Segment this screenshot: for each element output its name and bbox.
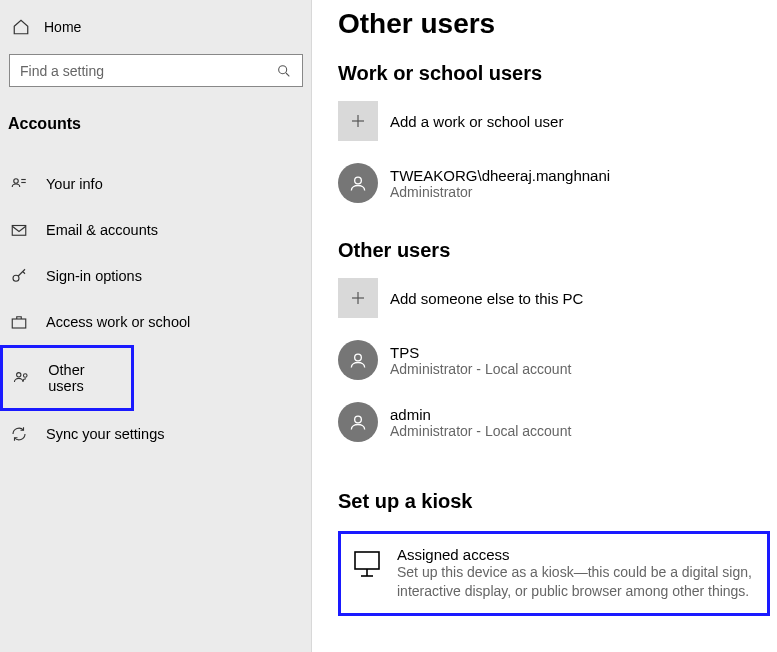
user-name: TPS: [390, 344, 571, 361]
sidebar-item-other-users[interactable]: Other users: [0, 345, 134, 411]
other-user-row[interactable]: TPS Administrator - Local account: [338, 340, 777, 380]
sidebar-item-label: Sync your settings: [46, 426, 164, 442]
user-name: TWEAKORG\dheeraj.manghnani: [390, 167, 610, 184]
svg-point-16: [355, 416, 362, 423]
search-icon: [276, 63, 292, 79]
svg-rect-17: [355, 552, 379, 569]
briefcase-icon: [10, 313, 28, 331]
home-button[interactable]: Home: [0, 10, 312, 44]
sidebar-item-email[interactable]: Email & accounts: [0, 207, 312, 253]
svg-point-12: [355, 177, 362, 184]
add-work-school-label: Add a work or school user: [390, 113, 563, 130]
sidebar-item-label: Your info: [46, 176, 103, 192]
sidebar-item-your-info[interactable]: Your info: [0, 161, 312, 207]
search-input-container[interactable]: [9, 54, 303, 87]
plus-icon: [338, 278, 378, 318]
assigned-access-button[interactable]: Assigned access Set up this device as a …: [338, 531, 770, 616]
sidebar: Home Accounts Your info Email & accounts…: [0, 0, 312, 652]
work-school-heading: Work or school users: [338, 62, 777, 85]
sync-icon: [10, 425, 28, 443]
user-role: Administrator: [390, 184, 610, 200]
avatar: [338, 163, 378, 203]
add-other-label: Add someone else to this PC: [390, 290, 583, 307]
kiosk-title: Assigned access: [397, 546, 757, 563]
page-title: Other users: [338, 8, 777, 40]
add-work-school-user-button[interactable]: Add a work or school user: [338, 101, 777, 141]
other-users-heading: Other users: [338, 239, 777, 262]
svg-point-9: [23, 374, 27, 378]
user-text: TWEAKORG\dheeraj.manghnani Administrator: [390, 167, 610, 200]
person-card-icon: [10, 175, 28, 193]
user-role: Administrator - Local account: [390, 423, 571, 439]
mail-icon: [10, 221, 28, 239]
home-label: Home: [44, 19, 81, 35]
svg-line-1: [286, 73, 289, 76]
sidebar-item-signin[interactable]: Sign-in options: [0, 253, 312, 299]
sidebar-item-work-school[interactable]: Access work or school: [0, 299, 312, 345]
svg-point-2: [14, 179, 19, 184]
user-name: admin: [390, 406, 571, 423]
sidebar-item-label: Email & accounts: [46, 222, 158, 238]
avatar: [338, 402, 378, 442]
avatar: [338, 340, 378, 380]
svg-point-0: [279, 65, 287, 73]
sidebar-item-sync[interactable]: Sync your settings: [0, 411, 312, 457]
key-icon: [10, 267, 28, 285]
svg-rect-7: [12, 319, 26, 328]
sidebar-item-label: Access work or school: [46, 314, 190, 330]
nav-list: Your info Email & accounts Sign-in optio…: [0, 161, 312, 457]
user-text: TPS Administrator - Local account: [390, 344, 571, 377]
svg-rect-5: [12, 226, 26, 236]
people-icon: [13, 369, 30, 387]
add-other-user-button[interactable]: Add someone else to this PC: [338, 278, 777, 318]
search-input[interactable]: [20, 63, 276, 79]
kiosk-monitor-icon: [351, 548, 383, 580]
work-user-row[interactable]: TWEAKORG\dheeraj.manghnani Administrator: [338, 163, 777, 203]
sidebar-item-label: Other users: [48, 362, 121, 394]
svg-point-6: [13, 275, 19, 281]
home-icon: [12, 18, 30, 36]
kiosk-heading: Set up a kiosk: [338, 490, 777, 513]
section-title: Accounts: [0, 97, 312, 145]
main-content: Other users Work or school users Add a w…: [312, 0, 777, 652]
sidebar-item-label: Sign-in options: [46, 268, 142, 284]
kiosk-description: Set up this device as a kiosk—this could…: [397, 563, 757, 601]
plus-icon: [338, 101, 378, 141]
sidebar-divider: [311, 0, 312, 652]
other-user-row[interactable]: admin Administrator - Local account: [338, 402, 777, 442]
svg-point-15: [355, 354, 362, 361]
user-role: Administrator - Local account: [390, 361, 571, 377]
user-text: admin Administrator - Local account: [390, 406, 571, 439]
kiosk-text: Assigned access Set up this device as a …: [397, 546, 757, 601]
svg-point-8: [17, 373, 21, 377]
